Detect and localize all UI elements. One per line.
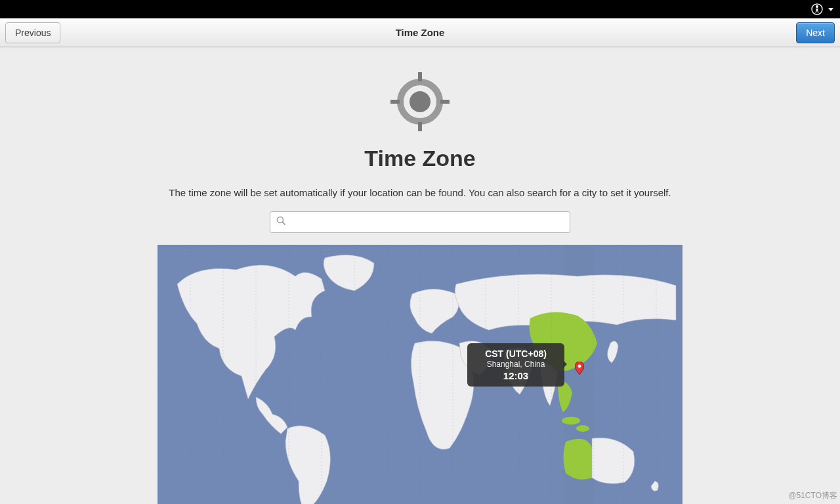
timezone-tooltip: CST (UTC+08) Shanghai, China 12:03 bbox=[467, 343, 564, 387]
svg-rect-6 bbox=[390, 100, 400, 104]
timezone-time: 12:03 bbox=[476, 370, 555, 381]
location-target-icon bbox=[390, 72, 450, 134]
svg-rect-5 bbox=[418, 122, 422, 131]
chevron-down-icon bbox=[828, 8, 833, 11]
timezone-location: Shanghai, China bbox=[476, 360, 555, 369]
svg-rect-7 bbox=[440, 100, 450, 104]
system-menu[interactable] bbox=[811, 3, 833, 15]
page-title: Time Zone bbox=[364, 146, 475, 171]
svg-point-13 bbox=[576, 425, 589, 432]
header-title: Time Zone bbox=[0, 27, 840, 38]
timezone-code: CST (UTC+08) bbox=[476, 348, 555, 359]
previous-button[interactable]: Previous bbox=[5, 22, 60, 43]
city-search-input[interactable] bbox=[290, 217, 564, 227]
city-search-field[interactable] bbox=[270, 211, 570, 233]
location-pin-icon bbox=[575, 362, 584, 375]
page-subtitle: The time zone will be set automatically … bbox=[169, 187, 671, 198]
svg-point-30 bbox=[578, 364, 581, 368]
search-icon bbox=[276, 215, 286, 228]
svg-point-3 bbox=[410, 91, 430, 112]
svg-point-1 bbox=[816, 5, 818, 7]
next-button[interactable]: Next bbox=[796, 22, 835, 43]
header-bar: Previous Time Zone Next bbox=[0, 18, 840, 47]
system-top-bar bbox=[0, 0, 840, 18]
watermark: @51CTO博客 bbox=[788, 490, 837, 501]
timezone-map[interactable]: CST (UTC+08) Shanghai, China 12:03 bbox=[158, 245, 682, 504]
svg-rect-4 bbox=[418, 72, 422, 81]
svg-line-9 bbox=[283, 222, 285, 225]
main-content: Time Zone The time zone will be set auto… bbox=[0, 47, 840, 504]
svg-point-12 bbox=[562, 417, 580, 425]
accessibility-icon bbox=[811, 3, 823, 15]
